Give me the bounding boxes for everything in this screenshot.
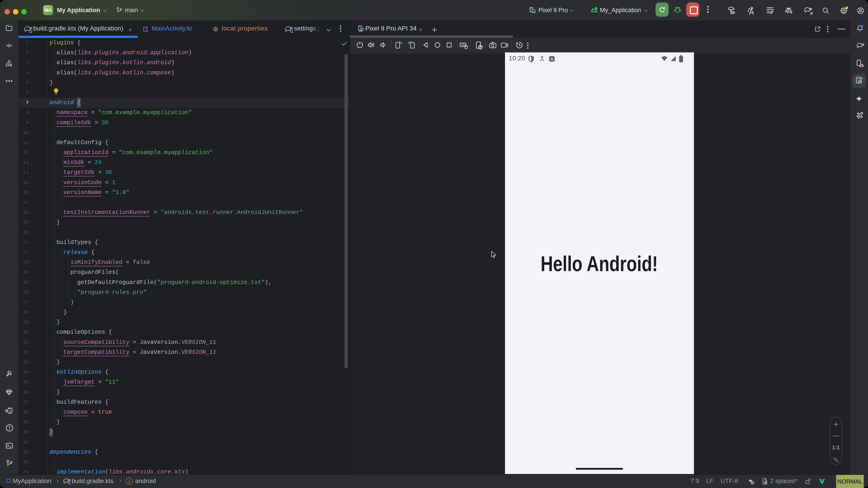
svg-text:A: A (551, 57, 553, 61)
